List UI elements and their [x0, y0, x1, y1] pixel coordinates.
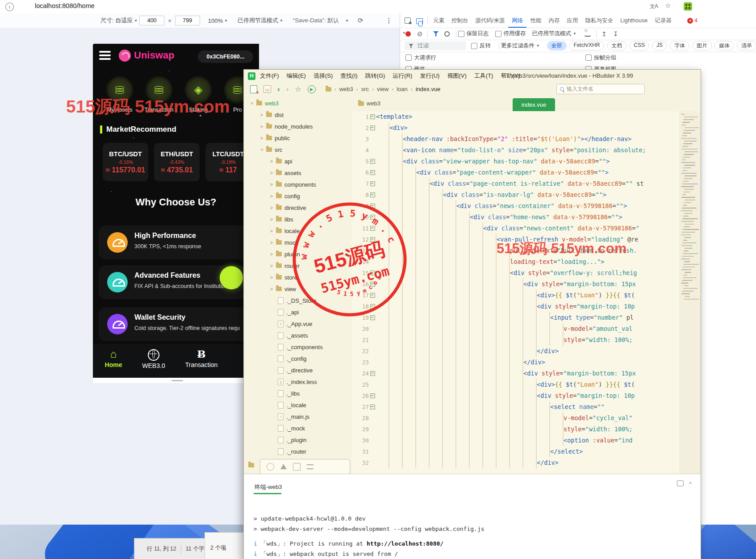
filter-pill-全部[interactable]: 全部	[547, 41, 567, 50]
code-line-23[interactable]: 23</div>	[352, 357, 679, 368]
devtools-tab-内存[interactable]: 内存	[545, 13, 563, 28]
nav-item-Transaction[interactable]: ɃTransaction	[181, 348, 221, 368]
menu-运行(R)[interactable]: 运行(R)	[393, 72, 412, 80]
menu-跳转(G)[interactable]: 跳转(G)	[365, 72, 385, 80]
filter-funnel-icon[interactable]	[433, 31, 439, 37]
filter-input[interactable]: 过滤	[405, 42, 466, 50]
tree-item-web3[interactable]: >web3	[248, 97, 352, 109]
file-search-input[interactable]: 输入文件名	[556, 84, 645, 94]
device-toolbar-menu-icon[interactable]: ⋮	[386, 17, 392, 24]
big-request-rows-checkbox[interactable]: 大请求行	[405, 54, 436, 62]
nav-item-WEB3.0[interactable]: WEB3.0	[137, 348, 171, 369]
devtools-tab-网络[interactable]: 网络	[508, 13, 526, 28]
run-icon[interactable]: ▶	[308, 85, 316, 93]
crumb-index.vue[interactable]: index.vue	[416, 86, 441, 92]
tree-item-._main.js[interactable]: J._main.js	[248, 411, 352, 422]
code-line-32[interactable]: 32</div>	[352, 457, 679, 468]
rotate-icon[interactable]: ⟳	[358, 17, 363, 25]
tree-item-._components[interactable]: ._components	[248, 341, 352, 353]
tree-item-._mock[interactable]: ._mock	[248, 422, 352, 434]
code-line-25[interactable]: 25<div>{{ $t("Loan") }}{{ $t(	[352, 379, 679, 390]
code-line-20[interactable]: 20v-model="amount_val	[352, 323, 679, 334]
menu-文件(F)[interactable]: 文件(F)	[260, 72, 279, 80]
tree-item-._index.less[interactable]: {}._index.less	[248, 376, 352, 388]
device-bottom-handle[interactable]	[93, 378, 259, 383]
explorer-view-icon[interactable]	[248, 463, 254, 467]
hamburger-menu-icon[interactable]	[99, 51, 111, 60]
tree-item-api[interactable]: >api	[248, 155, 352, 167]
tree-item-._assets[interactable]: ._assets	[248, 330, 352, 341]
invert-checkbox[interactable]: 反转	[471, 42, 491, 50]
devtools-tab-元素[interactable]: 元素	[430, 13, 448, 28]
group-by-frame-checkbox[interactable]: 按帧分组	[585, 54, 616, 62]
code-line-4[interactable]: 4<van-icon name="todo-list-o" size="20px…	[352, 145, 679, 156]
crumb-loan[interactable]: loan	[397, 86, 408, 92]
filter-pill-文档[interactable]: 文档	[607, 41, 627, 50]
code-line-30[interactable]: 30<option :value="ind	[352, 435, 679, 446]
clear-icon[interactable]: ⊘	[417, 30, 423, 38]
package-tool-icon[interactable]	[307, 464, 313, 469]
code-line-31[interactable]: 31</select>	[352, 446, 679, 457]
search-icon[interactable]	[444, 31, 450, 37]
terminal-collapse-icon[interactable]: ^	[689, 480, 692, 487]
devtools-tab-源代码/来源[interactable]: 源代码/来源	[472, 13, 509, 28]
throttle-dropdown[interactable]: 已停用节流模式▼	[532, 30, 576, 38]
crumb-src[interactable]: src	[361, 86, 369, 92]
more-filters-dropdown[interactable]: 更多过滤条件▼	[501, 42, 540, 50]
refresh-tool-icon[interactable]	[293, 463, 301, 471]
tree-item-dist[interactable]: >dist	[248, 109, 352, 121]
filter-pill-媒体[interactable]: 媒体	[714, 41, 734, 50]
record-icon[interactable]	[405, 31, 411, 37]
market-card-BTC/USDT[interactable]: BTC/USDT-0.16%≈ 115770.01	[103, 143, 148, 181]
filter-pill-Fetch/XHR[interactable]: Fetch/XHR	[569, 41, 605, 50]
device-height-input[interactable]: 799	[175, 16, 200, 25]
code-line-29[interactable]: 29style="width: 100%;	[352, 424, 679, 435]
menu-编辑(E)[interactable]: 编辑(E)	[287, 72, 306, 80]
tree-item-node_modules[interactable]: >node_modules	[248, 121, 352, 132]
editor-minimap[interactable]	[679, 111, 701, 474]
device-toggle-icon[interactable]	[416, 18, 423, 24]
code-line-1[interactable]: 1<template>	[352, 111, 679, 122]
wallet-address-pill[interactable]: 0x3CbFE080...	[198, 50, 253, 63]
code-line-3[interactable]: 3<header-nav :backIconType="2" :title="$…	[352, 133, 679, 145]
code-line-28[interactable]: 28v-model="cycle_val"	[352, 413, 679, 424]
devtools-tab-应用[interactable]: 应用	[563, 13, 581, 28]
menu-发行(U)[interactable]: 发行(U)	[420, 72, 439, 80]
bookmark-star-icon[interactable]: ☆	[665, 2, 671, 10]
filter-pill-字体[interactable]: 字体	[670, 41, 689, 50]
save-icon[interactable]	[263, 85, 271, 93]
code-line-2[interactable]: 2<div>	[352, 122, 679, 133]
tree-item-._router[interactable]: ._router	[248, 446, 352, 457]
crumb-view[interactable]: view	[377, 86, 388, 92]
import-har-icon[interactable]: ↥	[601, 30, 607, 38]
terminal-tab[interactable]: 终端-web3	[255, 483, 282, 491]
translate-icon[interactable]: 文A	[650, 3, 658, 10]
new-file-icon[interactable]	[250, 85, 257, 93]
save-data-label[interactable]: “Save-Data”: 默认	[293, 17, 339, 25]
tree-item-._libs[interactable]: ._libs	[248, 388, 352, 399]
tree-item-._plugin[interactable]: ._plugin	[248, 434, 352, 446]
tree-item-assets[interactable]: >assets	[248, 167, 352, 179]
preserve-log-checkbox[interactable]: 保留日志	[458, 30, 489, 38]
url-text[interactable]: localhost:8080/home	[35, 2, 95, 9]
active-file-tab[interactable]: index.vue	[513, 98, 555, 111]
filter-pill-图片[interactable]: 图片	[692, 41, 712, 50]
tree-item-components[interactable]: >components	[248, 179, 352, 190]
device-width-input[interactable]: 400	[139, 16, 164, 25]
code-line-21[interactable]: 21style="width: 100%;	[352, 334, 679, 346]
device-throttle-select[interactable]: 已停用节流模式	[238, 17, 278, 25]
code-line-27[interactable]: 27<select name=""	[352, 401, 679, 413]
tree-item-._config[interactable]: ._config	[248, 353, 352, 364]
tree-item-._directive[interactable]: ._directive	[248, 364, 352, 376]
project-tab[interactable]: web3	[358, 100, 380, 107]
devtools-tab-隐私与安全[interactable]: 隐私与安全	[581, 13, 617, 28]
code-line-26[interactable]: 26<div style="margin-top: 10p	[352, 390, 679, 401]
filter-pill-CSS[interactable]: CSS	[629, 41, 649, 50]
devtools-tab-性能[interactable]: 性能	[526, 13, 545, 28]
terminal-export-icon[interactable]	[677, 480, 684, 486]
tree-item-src[interactable]: >src	[248, 144, 352, 155]
network-conditions-icon[interactable]	[585, 31, 591, 37]
device-zoom-select[interactable]: 100%	[208, 17, 223, 24]
filter-pill-JS[interactable]: JS	[652, 41, 667, 50]
devtools-tab-控制台[interactable]: 控制台	[448, 13, 472, 28]
